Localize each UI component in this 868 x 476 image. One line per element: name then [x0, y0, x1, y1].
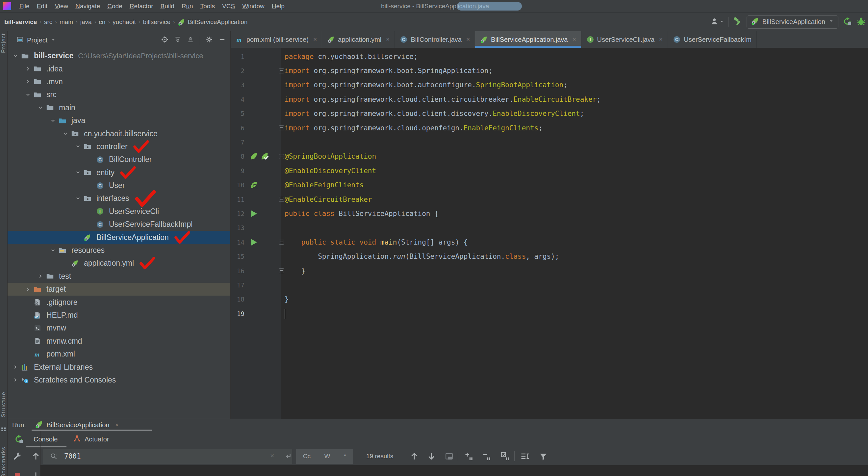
- code-line-18[interactable]: 18}: [231, 292, 868, 306]
- code-line-7[interactable]: 7: [231, 135, 868, 149]
- menu-window[interactable]: Window: [239, 0, 268, 12]
- chevron-down-icon[interactable]: [51, 36, 56, 44]
- code-line-3[interactable]: 3import org.springframework.boot.autocon…: [231, 78, 868, 92]
- close-tab-icon[interactable]: ×: [386, 36, 390, 43]
- tree-item-mvnw[interactable]: mvnw: [7, 322, 230, 334]
- search-icon[interactable]: [50, 452, 58, 462]
- tree-item-userservicecli[interactable]: IUserServiceCli: [7, 205, 230, 218]
- breadcrumb-billserviceapplication[interactable]: BillServiceApplication: [176, 18, 249, 26]
- fold-marker-icon[interactable]: [279, 154, 284, 159]
- select-opened-file-icon[interactable]: [161, 36, 168, 45]
- breadcrumb-src[interactable]: src: [42, 19, 54, 26]
- tree-item-src[interactable]: src: [7, 88, 230, 101]
- tree-item-idea[interactable]: .idea: [7, 62, 230, 75]
- chevron-right-icon[interactable]: [25, 65, 34, 72]
- multiline-search-icon[interactable]: [520, 452, 529, 462]
- run-icon[interactable]: [249, 238, 258, 247]
- tree-item-scratches-and-consoles[interactable]: Scratches and Consoles: [7, 374, 230, 386]
- tree-item-billserviceapplication[interactable]: BillServiceApplication: [7, 231, 230, 244]
- collapse-all-icon[interactable]: [187, 36, 194, 45]
- close-tab-icon[interactable]: ×: [659, 36, 663, 43]
- tree-item-controller[interactable]: controller: [7, 140, 230, 153]
- next-occurrence-icon[interactable]: [427, 452, 436, 462]
- tree-item-gitignore[interactable]: .gitignore: [7, 296, 230, 308]
- code-line-6[interactable]: 6import org.springframework.cloud.openfe…: [231, 121, 868, 135]
- tool-strip-project[interactable]: Project: [0, 33, 7, 53]
- chevron-right-icon[interactable]: [37, 273, 46, 279]
- remove-occurrence-icon[interactable]: [482, 452, 491, 462]
- code-line-5[interactable]: 5import org.springframework.cloud.client…: [231, 107, 868, 121]
- chevron-right-icon[interactable]: [25, 286, 34, 293]
- tree-item-external-libraries[interactable]: External Libraries: [7, 360, 230, 373]
- tool-strip-bookmarks[interactable]: Bookmarks: [0, 447, 7, 476]
- filter-icon[interactable]: [539, 452, 548, 462]
- regex-toggle[interactable]: *: [344, 453, 346, 460]
- menu-tools[interactable]: Tools: [197, 0, 218, 12]
- menu-build[interactable]: Build: [157, 0, 178, 12]
- breadcrumb-bill-service[interactable]: bill-service: [3, 19, 38, 26]
- tree-item-java[interactable]: java: [7, 114, 230, 127]
- menu-run[interactable]: Run: [178, 0, 197, 12]
- code-line-8[interactable]: 8@SpringBootApplication: [231, 149, 868, 163]
- run-configuration-select[interactable]: BillServiceApplication: [747, 16, 838, 29]
- words-toggle[interactable]: W: [324, 453, 330, 460]
- debug-button[interactable]: [856, 17, 866, 28]
- chevron-down-icon[interactable]: [75, 143, 84, 150]
- breadcrumb-main[interactable]: main: [58, 19, 75, 26]
- close-run-tab-icon[interactable]: ×: [115, 422, 119, 428]
- tab-console[interactable]: Console: [34, 431, 58, 447]
- code-line-13[interactable]: 13: [231, 221, 868, 235]
- tree-item-user[interactable]: CUser: [7, 179, 230, 192]
- expand-all-icon[interactable]: [174, 36, 181, 45]
- close-tab-icon[interactable]: ×: [466, 36, 470, 43]
- user-menu-button[interactable]: [710, 17, 724, 27]
- menu-refactor[interactable]: Refactor: [126, 0, 157, 12]
- tree-item-main[interactable]: main: [7, 101, 230, 114]
- clear-search-icon[interactable]: ×: [270, 452, 274, 459]
- run-button[interactable]: [842, 17, 852, 28]
- menu-navigate[interactable]: Navigate: [72, 0, 104, 12]
- chevron-down-icon[interactable]: [50, 247, 59, 254]
- menu-edit[interactable]: Edit: [33, 0, 51, 12]
- scroll-up-icon[interactable]: [31, 452, 40, 462]
- tree-item-bill-service[interactable]: bill-serviceC:\Users\Sylar\IdeaProjects\…: [7, 49, 230, 62]
- run-icon[interactable]: [249, 209, 258, 218]
- editor-tab-billcontroller-java[interactable]: CBillController.java×: [395, 31, 475, 48]
- tree-item-resources[interactable]: resources: [7, 244, 230, 257]
- fold-marker-icon[interactable]: [279, 240, 284, 245]
- tree-item-cn-yuchaoit-billservice[interactable]: cn.yuchaoit.billservice: [7, 127, 230, 140]
- editor-tab-userservicefallbackim[interactable]: CUserServiceFallbackIm: [668, 31, 757, 48]
- tree-item-mvn[interactable]: .mvn: [7, 76, 230, 88]
- code-line-1[interactable]: 1package cn.yuchaoit.billservice;: [231, 49, 868, 63]
- settings-gear-icon[interactable]: [206, 36, 213, 45]
- chevron-right-icon[interactable]: [12, 364, 21, 370]
- breadcrumb-cn[interactable]: cn: [97, 19, 107, 26]
- code-line-2[interactable]: 2import org.springframework.boot.SpringA…: [231, 63, 868, 78]
- match-case-toggle[interactable]: Cc: [303, 453, 311, 460]
- find-in-selection-icon[interactable]: [444, 452, 454, 462]
- breadcrumb-billservice[interactable]: billservice: [142, 19, 172, 26]
- tree-item-application-yml[interactable]: application.yml: [7, 257, 230, 270]
- code-line-15[interactable]: 15 SpringApplication.run(BillServiceAppl…: [231, 249, 868, 263]
- tree-item-userservicefallbackimpl[interactable]: CUserServiceFallbackImpl: [7, 218, 230, 231]
- spring-scan-icon[interactable]: [249, 180, 258, 189]
- editor-tab-pom-xml-bill-service[interactable]: mpom.xml (bill-service)×: [231, 31, 322, 48]
- tree-item-interfaces[interactable]: interfaces: [7, 192, 230, 205]
- editor-tab-userservicecli-java[interactable]: IUserServiceCli.java×: [581, 31, 668, 48]
- tree-item-target[interactable]: target: [7, 283, 230, 296]
- tree-item-mvnw-cmd[interactable]: mvnw.cmd: [7, 335, 230, 348]
- chevron-down-icon[interactable]: [62, 130, 71, 137]
- menu-vcs[interactable]: VCS: [218, 0, 239, 12]
- breadcrumb-java[interactable]: java: [79, 19, 93, 26]
- previous-occurrence-icon[interactable]: [410, 452, 419, 462]
- settings-wrench-icon[interactable]: [13, 452, 22, 462]
- code-editor[interactable]: 1package cn.yuchaoit.billservice;2import…: [231, 48, 868, 419]
- spring-bean-icon[interactable]: [249, 152, 258, 161]
- code-line-11[interactable]: 11@EnableCircuitBreaker: [231, 192, 868, 206]
- chevron-right-icon[interactable]: [25, 78, 34, 85]
- add-occurrence-icon[interactable]: [464, 452, 473, 462]
- tab-actuator[interactable]: Actuator: [73, 431, 109, 447]
- code-line-12[interactable]: 12public class BillServiceApplication {: [231, 206, 868, 220]
- fold-marker-icon[interactable]: [279, 268, 284, 273]
- fold-marker-icon[interactable]: [279, 197, 284, 202]
